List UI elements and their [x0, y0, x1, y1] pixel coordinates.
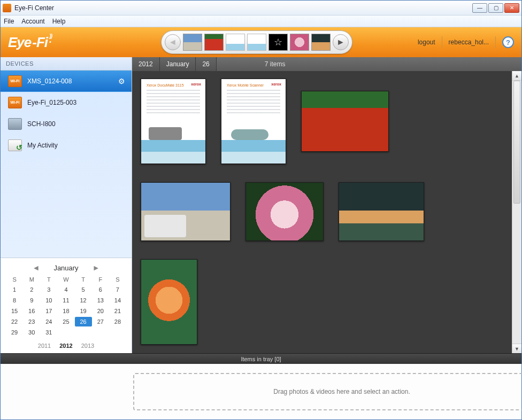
- photo-thumb[interactable]: [339, 182, 424, 241]
- cal-day[interactable]: 25: [57, 317, 74, 326]
- menubar: File Account Help: [1, 15, 521, 27]
- cal-day[interactable]: 5: [75, 285, 92, 294]
- cal-day[interactable]: 14: [109, 295, 126, 305]
- cal-day[interactable]: 24: [40, 317, 57, 326]
- cal-year-current[interactable]: 2012: [59, 343, 72, 349]
- cal-day[interactable]: 23: [23, 317, 40, 326]
- menu-account[interactable]: Account: [21, 18, 44, 25]
- logo: Eye -Fi)) .: [8, 34, 51, 51]
- scroll-down-button[interactable]: ▼: [512, 344, 521, 353]
- crumb-month[interactable]: January: [160, 57, 196, 71]
- help-icon[interactable]: ?: [502, 36, 514, 48]
- strip-thumb[interactable]: [204, 34, 224, 51]
- cal-day[interactable]: 4: [57, 285, 74, 294]
- device-item[interactable]: Wi-Fi XMS_0124-008 ⚙: [1, 71, 132, 92]
- cal-day[interactable]: 30: [23, 328, 40, 337]
- devices-header: DEVICES: [1, 57, 132, 71]
- cal-day[interactable]: 12: [75, 295, 92, 305]
- minimize-button[interactable]: —: [472, 3, 487, 13]
- logo-eye: Eye: [8, 34, 31, 51]
- cal-day[interactable]: 31: [40, 328, 57, 337]
- cal-day[interactable]: 10: [40, 295, 57, 305]
- photo-thumb[interactable]: [141, 259, 197, 345]
- cal-year-prev[interactable]: 2011: [38, 343, 51, 349]
- cal-day[interactable]: 1: [6, 285, 23, 294]
- cal-day[interactable]: 16: [23, 306, 40, 316]
- scrollbar[interactable]: ▲ ▼: [512, 71, 521, 353]
- cal-day[interactable]: 7: [109, 285, 126, 294]
- cal-day[interactable]: 8: [6, 295, 23, 305]
- cal-day[interactable]: 19: [75, 306, 92, 316]
- titlebar[interactable]: Eye-Fi Center — ▢ ✕: [1, 1, 521, 15]
- cal-month-label: January: [53, 264, 78, 272]
- cal-day[interactable]: 9: [23, 295, 40, 305]
- calendar: ◄ January ► SMTWTFS123456789101112131415…: [1, 258, 132, 353]
- scroll-thumb[interactable]: [513, 81, 520, 204]
- strip-thumb[interactable]: [247, 34, 266, 51]
- strip-thumb[interactable]: [290, 34, 309, 51]
- cal-dow: T: [75, 275, 92, 284]
- cal-dow: S: [109, 275, 126, 284]
- photo-thumb[interactable]: [141, 182, 231, 241]
- separator: [495, 36, 496, 48]
- device-item[interactable]: Wi-Fi Eye-Fi_0125-003: [1, 92, 132, 113]
- close-button[interactable]: ✕: [504, 3, 519, 13]
- menu-file[interactable]: File: [4, 18, 14, 25]
- separator: [442, 36, 442, 48]
- logo-fi: -Fi)): [32, 34, 48, 51]
- strip-thumb[interactable]: [183, 34, 202, 51]
- scroll-up-button[interactable]: ▲: [512, 71, 521, 81]
- crumb-day[interactable]: 26: [196, 57, 216, 71]
- phone-icon: [8, 118, 22, 130]
- cal-day[interactable]: 6: [92, 285, 109, 294]
- cal-day[interactable]: 22: [6, 317, 23, 326]
- cal-day[interactable]: 20: [92, 306, 109, 316]
- gear-icon[interactable]: ⚙: [117, 76, 126, 86]
- cal-prev-month[interactable]: ◄: [29, 263, 43, 272]
- cal-day[interactable]: 28: [109, 317, 126, 326]
- photo-thumb[interactable]: [245, 182, 324, 241]
- cal-day[interactable]: 26: [75, 317, 92, 326]
- wifi-icon: )): [49, 33, 52, 39]
- photo-thumb[interactable]: [301, 91, 389, 152]
- cal-day[interactable]: 17: [40, 306, 57, 316]
- drop-zone[interactable]: Drag photos & videos here and select an …: [133, 373, 522, 410]
- photo-thumb[interactable]: xeroxXerox Mobile Scanner: [221, 79, 286, 164]
- cal-day[interactable]: 3: [40, 285, 57, 294]
- strip-thumb[interactable]: [311, 34, 331, 51]
- cal-next-month[interactable]: ►: [89, 263, 103, 272]
- strip-thumb[interactable]: ☆: [268, 34, 288, 51]
- app-icon: [3, 4, 11, 12]
- maximize-button[interactable]: ▢: [488, 3, 503, 13]
- username-link[interactable]: rebecca_hol...: [449, 38, 489, 46]
- device-item[interactable]: My Activity: [1, 135, 132, 156]
- device-label: My Activity: [27, 142, 58, 149]
- thumbnail-strip: ◄ ☆ ►: [161, 30, 352, 54]
- cal-day[interactable]: 29: [6, 328, 23, 337]
- cal-day[interactable]: 11: [57, 295, 74, 305]
- cal-year-next[interactable]: 2013: [81, 343, 94, 349]
- cal-day[interactable]: 2: [23, 285, 40, 294]
- item-count: 7 items: [265, 60, 286, 68]
- device-item[interactable]: SCH-I800: [1, 113, 132, 135]
- banner: Eye -Fi)) . ◄ ☆ ► logout rebecca_hol... …: [1, 27, 521, 57]
- activity-icon: [8, 139, 22, 151]
- logout-link[interactable]: logout: [418, 38, 435, 46]
- cal-day[interactable]: 27: [92, 317, 109, 326]
- cal-day[interactable]: 15: [6, 306, 23, 316]
- thumb-next-button[interactable]: ►: [333, 34, 349, 50]
- wifi-card-icon: Wi-Fi: [8, 75, 22, 87]
- cal-dow: W: [57, 275, 74, 284]
- cal-day[interactable]: 18: [57, 306, 74, 316]
- thumb-prev-button[interactable]: ◄: [165, 34, 181, 50]
- photo-thumb[interactable]: xeroxXerox DocuMate 3115: [141, 79, 206, 164]
- crumb-year[interactable]: 2012: [132, 57, 160, 71]
- cal-day[interactable]: 13: [92, 295, 109, 305]
- device-label: Eye-Fi_0125-003: [27, 99, 76, 106]
- sidebar: DEVICES Wi-Fi XMS_0124-008 ⚙ Wi-Fi Eye-F…: [1, 57, 132, 353]
- cal-day[interactable]: 21: [109, 306, 126, 316]
- menu-help[interactable]: Help: [52, 18, 66, 25]
- cal-dow: M: [23, 275, 40, 284]
- strip-thumb[interactable]: [226, 34, 245, 51]
- gallery: xeroxXerox DocuMate 3115 xeroxXerox Mobi…: [132, 71, 521, 353]
